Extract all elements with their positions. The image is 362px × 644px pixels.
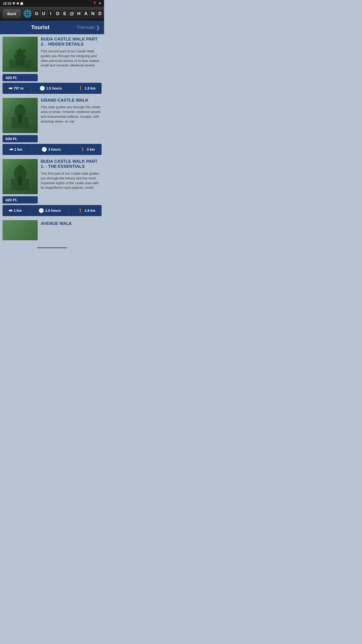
distance-value-1: 757 m bbox=[14, 86, 24, 90]
partial-card-top: AVENUE WALK bbox=[3, 220, 102, 240]
app-title: G U I D E @ H A N D bbox=[33, 10, 103, 18]
svg-rect-26 bbox=[23, 180, 25, 189]
walk-value-1: 1.5 km bbox=[85, 86, 96, 90]
tour-info-3: BUDA CASTLE WALK PART 1. - THE ESSENTIAL… bbox=[41, 159, 102, 190]
tour-card-4[interactable]: AVENUE WALK bbox=[3, 220, 102, 240]
letter-a: A bbox=[83, 10, 89, 18]
svg-rect-20 bbox=[19, 117, 22, 123]
distance-value-2: 1 km bbox=[14, 147, 22, 151]
clock-icon-2: 🕐 bbox=[41, 147, 47, 152]
tour-image-inner-1 bbox=[3, 37, 38, 72]
svg-rect-16 bbox=[26, 118, 27, 127]
tour-title-3: BUDA CASTLE WALK PART 1. - THE ESSENTIAL… bbox=[41, 159, 102, 169]
status-bar: 12:12 ⚙ ⊕ ▣ 📍 ↗ bbox=[0, 0, 104, 7]
svg-rect-9 bbox=[19, 50, 21, 53]
location-icon: ⊕ bbox=[16, 2, 19, 5]
letter-n: N bbox=[90, 10, 96, 18]
castle-illustration-1 bbox=[6, 41, 34, 68]
stat-duration-1: 🕐 1.5 hours bbox=[39, 86, 62, 91]
svg-rect-24 bbox=[12, 180, 14, 189]
tour-card-3[interactable]: 420 Ft. BUDA CASTLE WALK PART 1. - THE E… bbox=[3, 159, 102, 216]
tour-card-2[interactable]: 630 Ft. GRAND CASTLE WALK This walk guid… bbox=[3, 98, 102, 155]
sim-icon: ▣ bbox=[20, 2, 23, 5]
stat-distance-1: ➡ 757 m bbox=[9, 86, 24, 91]
time-display: 12:12 bbox=[3, 2, 11, 5]
svg-point-31 bbox=[18, 176, 22, 179]
tour-card-1[interactable]: 420 Ft. BUDA CASTLE WALK PART 2. - HIDDE… bbox=[3, 37, 102, 94]
stat-distance-3: ➡ 1 km bbox=[9, 208, 22, 213]
signal-diagonal-icon: ↗ bbox=[98, 2, 101, 5]
divider-2b bbox=[70, 146, 71, 152]
svg-rect-4 bbox=[18, 54, 19, 58]
card-top-3: 420 Ft. BUDA CASTLE WALK PART 1. - THE E… bbox=[3, 159, 102, 204]
stat-duration-2: 🕐 3 hours bbox=[41, 147, 61, 152]
stat-walk-1: 🚶 1.5 km bbox=[78, 86, 96, 91]
divider-3b bbox=[69, 208, 69, 214]
svg-rect-27 bbox=[26, 180, 28, 189]
tab-bar: Tourist Thematic ❯ bbox=[0, 21, 104, 34]
distance-value-3: 1 km bbox=[14, 209, 22, 213]
card-left-3: 420 Ft. bbox=[3, 159, 38, 204]
tour-title-2: GRAND CASTLE WALK bbox=[41, 98, 102, 103]
stat-duration-3: 🕐 1.5 hours bbox=[38, 208, 61, 213]
duration-value-1: 1.5 hours bbox=[46, 86, 62, 90]
castle-illustration-2 bbox=[6, 102, 34, 129]
svg-rect-15 bbox=[23, 118, 24, 127]
svg-rect-17 bbox=[19, 104, 21, 109]
card-top-1: 420 Ft. BUDA CASTLE WALK PART 2. - HIDDE… bbox=[3, 37, 102, 81]
tour-desc-2: This walk guides you through the castle … bbox=[41, 105, 102, 124]
gps-icon: 📍 bbox=[93, 2, 97, 5]
clock-icon-1: 🕐 bbox=[39, 86, 45, 91]
card-left-2: 630 Ft. bbox=[3, 98, 38, 142]
tour-info-2: GRAND CASTLE WALK This walk guides you t… bbox=[41, 98, 102, 124]
walk-icon-2: 🚶 bbox=[80, 147, 85, 152]
card-left-1: 420 Ft. bbox=[3, 37, 38, 81]
letter-g: G bbox=[33, 10, 40, 18]
card-top-2: 630 Ft. GRAND CASTLE WALK This walk guid… bbox=[3, 98, 102, 142]
tour-info-1: BUDA CASTLE WALK PART 2. - HIDDEN DETAIL… bbox=[41, 37, 102, 68]
letter-at: @ bbox=[69, 10, 75, 18]
svg-rect-32 bbox=[18, 181, 22, 182]
signal-icon: ⚙ bbox=[12, 2, 15, 5]
tour-image-4 bbox=[3, 220, 38, 240]
tour-image-2 bbox=[3, 98, 38, 133]
divider-2a bbox=[32, 146, 32, 152]
stats-bar-1: ➡ 757 m 🕐 1.5 hours 🚶 1.5 km bbox=[3, 83, 102, 94]
walk-icon-3: 🚶 bbox=[78, 208, 83, 213]
thematic-label: Thematic bbox=[77, 25, 95, 30]
stat-walk-3: 🚶 1.8 km bbox=[78, 208, 96, 213]
tab-tourist[interactable]: Tourist bbox=[4, 24, 77, 31]
arrow-icon-1: ➡ bbox=[9, 86, 12, 91]
price-badge-2: 630 Ft. bbox=[3, 135, 38, 142]
tour-image-1 bbox=[3, 37, 38, 72]
clock-icon-3: 🕐 bbox=[38, 208, 44, 213]
svg-rect-19 bbox=[9, 127, 31, 129]
svg-rect-10 bbox=[9, 60, 31, 68]
svg-rect-1 bbox=[15, 54, 26, 59]
letter-h: H bbox=[76, 10, 82, 18]
svg-rect-6 bbox=[22, 53, 23, 57]
letter-d2: D bbox=[97, 10, 103, 18]
duration-value-2: 3 hours bbox=[48, 147, 61, 151]
back-button[interactable]: Back bbox=[3, 9, 21, 18]
walk-value-3: 1.8 km bbox=[84, 209, 96, 213]
svg-rect-14 bbox=[16, 118, 18, 127]
divider-3a bbox=[30, 208, 30, 214]
divider-1a bbox=[31, 85, 32, 91]
svg-rect-25 bbox=[15, 180, 17, 189]
svg-rect-13 bbox=[13, 118, 15, 127]
svg-point-21 bbox=[18, 115, 22, 117]
tour-title-1: BUDA CASTLE WALK PART 2. - HIDDEN DETAIL… bbox=[41, 37, 102, 47]
arrow-icon-3: ➡ bbox=[9, 208, 12, 213]
letter-i: I bbox=[48, 10, 54, 18]
duration-value-3: 1.5 hours bbox=[45, 209, 61, 213]
castle-illustration-3 bbox=[6, 163, 34, 190]
tour-image-3 bbox=[3, 159, 38, 194]
svg-rect-28 bbox=[18, 165, 22, 170]
divider-1b bbox=[70, 85, 70, 91]
tab-thematic[interactable]: Thematic ❯ bbox=[77, 24, 100, 30]
stat-walk-2: 🚶 3 km bbox=[80, 147, 95, 152]
tour-desc-3: This first part of our Castle walk guide… bbox=[41, 171, 102, 190]
svg-rect-3 bbox=[17, 54, 18, 57]
tour-image-inner-2 bbox=[3, 98, 38, 133]
